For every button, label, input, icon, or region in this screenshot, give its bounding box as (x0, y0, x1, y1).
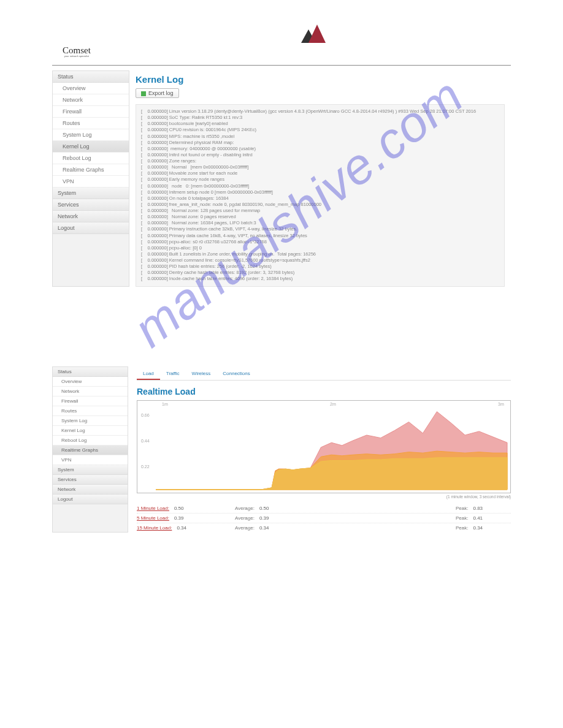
chart-ytick: 0.66 (141, 413, 150, 417)
sidebar-category[interactable]: Network (53, 211, 129, 222)
sidebar-kernel-log: StatusOverviewNetworkFirewallRoutesSyste… (52, 70, 129, 287)
page-title-kernel-log: Kernel Log (136, 74, 505, 85)
sidebar-item[interactable]: Kernel Log (53, 426, 128, 436)
chart-legend: (1 minute window, 3 second interval) (137, 495, 511, 499)
export-icon (141, 91, 146, 96)
stat-peak-value: 0.34 (473, 525, 483, 531)
sidebar-item[interactable]: Network (53, 94, 129, 106)
stat-label: 1 Minute Load: (137, 506, 169, 511)
stat-avg-label: Average: (235, 515, 255, 521)
sidebar-item[interactable]: Overview (53, 83, 129, 94)
sidebar-realtime: StatusOverviewNetworkFirewallRoutesSyste… (52, 366, 128, 533)
stat-peak-label: Peak: (456, 506, 468, 511)
sidebar-item[interactable]: System Log (53, 416, 128, 426)
tab[interactable]: Wireless (186, 368, 217, 380)
divider (52, 65, 511, 66)
sidebar-item[interactable]: Firewall (53, 106, 129, 118)
sidebar-category[interactable]: Network (53, 485, 128, 495)
tab[interactable]: Load (137, 368, 160, 380)
load-stat-row: 15 Minute Load:0.34Average:0.34Peak:0.34 (137, 523, 511, 533)
page-title-realtime-load: Realtime Load (137, 387, 511, 396)
stat-peak-label: Peak: (456, 515, 468, 521)
export-log-label: Export log (148, 90, 174, 96)
stat-avg-value: 0.39 (259, 515, 269, 521)
sidebar-category[interactable]: Status (53, 367, 128, 377)
stat-peak-label: Peak: (456, 525, 468, 531)
sidebar-item[interactable]: Routes (53, 406, 128, 416)
stat-peak-value: 0.41 (473, 515, 483, 521)
chart-xtick: 3m (498, 402, 504, 406)
stat-avg-label: Average: (235, 506, 255, 511)
sidebar-item[interactable]: VPN (53, 455, 128, 465)
chart-xtick: 1m (162, 402, 168, 406)
stat-value: 0.50 (174, 506, 184, 511)
chart-ytick: 0.22 (141, 464, 150, 469)
realtime-load-chart: 0.660.440.221m2m3m (137, 400, 511, 493)
sidebar-item[interactable]: Firewall (53, 396, 128, 406)
sidebar-item[interactable]: Network (53, 387, 128, 396)
load-stat-row: 1 Minute Load:0.50Average:0.50Peak:0.83 (137, 504, 511, 514)
chart-ytick: 0.44 (141, 439, 150, 443)
tab[interactable]: Traffic (160, 368, 186, 380)
stat-value: 0.34 (177, 525, 186, 531)
load-stats-table: 1 Minute Load:0.50Average:0.50Peak:0.835… (137, 504, 511, 533)
stat-label: 15 Minute Load: (137, 525, 172, 531)
sidebar-item[interactable]: Realtime Graphs (53, 446, 128, 455)
sidebar-category[interactable]: Status (53, 71, 129, 83)
sidebar-category[interactable]: System (53, 465, 128, 475)
sidebar-item[interactable]: Routes (53, 118, 129, 129)
sidebar-category[interactable]: Logout (53, 222, 129, 234)
sidebar-item[interactable]: Kernel Log (53, 141, 129, 153)
stat-value: 0.39 (174, 515, 184, 521)
sidebar-item[interactable]: Realtime Graphs (53, 164, 129, 176)
stat-avg-value: 0.50 (259, 506, 269, 511)
tab[interactable]: Connections (216, 368, 256, 380)
sidebar-category[interactable]: Services (53, 475, 128, 485)
sidebar-item[interactable]: Reboot Log (53, 153, 129, 164)
stat-label: 5 Minute Load: (137, 515, 169, 521)
export-log-button[interactable]: Export log (136, 88, 179, 98)
stat-avg-value: 0.34 (259, 525, 269, 531)
brand-logo: Comset your network specialist (0, 0, 563, 63)
stat-peak-value: 0.83 (473, 506, 483, 511)
sidebar-category[interactable]: System (53, 188, 129, 199)
chart-xtick: 2m (330, 402, 336, 406)
kernel-log-output: [ 0.000000] Linux version 3.18.29 (denty… (136, 104, 505, 287)
sidebar-item[interactable]: System Log (53, 129, 129, 141)
sidebar-category[interactable]: Services (53, 199, 129, 211)
load-stat-row: 5 Minute Load:0.39Average:0.39Peak:0.41 (137, 514, 511, 523)
sidebar-item[interactable]: Reboot Log (53, 436, 128, 446)
stat-avg-label: Average: (235, 525, 255, 531)
sidebar-item[interactable]: VPN (53, 176, 129, 188)
sidebar-category[interactable]: Logout (53, 495, 128, 504)
realtime-tabs: LoadTrafficWirelessConnections (137, 368, 511, 381)
sidebar-item[interactable]: Overview (53, 377, 128, 387)
